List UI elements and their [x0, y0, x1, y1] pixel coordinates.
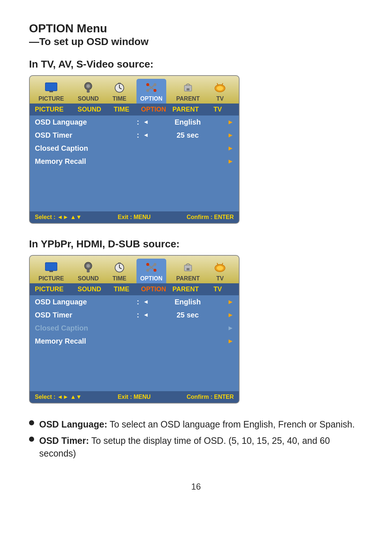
header-option-2: OPTION [138, 285, 170, 293]
header-picture-1: PICTURE [35, 106, 73, 113]
memory-recall-label-1: Memory Recall [35, 157, 133, 166]
svg-point-35 [146, 269, 149, 272]
footer-exit-1: Exit : MENU [118, 214, 151, 220]
osd-language-label-2: OSD Language [35, 298, 133, 306]
header-time-2: TIME [105, 285, 137, 293]
svg-rect-22 [49, 271, 53, 272]
header-picture-2: PICTURE [35, 285, 73, 293]
svg-rect-0 [45, 83, 57, 91]
bullet-item-osd-language: OSD Language: To select an OSD language … [29, 418, 363, 431]
menu-header-1: PICTURE SOUND TIME OPTION PARENT TV [30, 104, 239, 116]
tab-time-label-1: TIME [113, 96, 126, 102]
tab-option-label-1: OPTION [140, 96, 162, 102]
footer-select-1: Select : ◄► ▲▼ [35, 214, 82, 220]
svg-rect-21 [45, 263, 57, 271]
header-sound-2: SOUND [73, 285, 105, 293]
bullet-item-osd-timer: OSD Timer: To setup the display time of … [29, 434, 363, 460]
osd-timer-arrow-right-2[interactable]: ► [226, 311, 234, 319]
svg-rect-16 [187, 88, 189, 90]
bullet-text-osd-language: OSD Language: To select an OSD language … [39, 418, 355, 431]
footer-confirm-1: Confirm : ENTER [187, 214, 234, 220]
tab-picture-2[interactable]: PICTURE [35, 259, 68, 283]
menu-row-osd-language-1: OSD Language : ◄ English ► [30, 116, 239, 129]
svg-point-39 [217, 266, 223, 270]
page-title: OPTION Menu [29, 22, 363, 35]
tab-tv-label-1: TV [216, 96, 224, 102]
page-number: 16 [29, 482, 363, 492]
tab-sound-1[interactable]: SOUND [74, 79, 102, 104]
closed-caption-arrow-right-2: ► [226, 324, 234, 332]
menu-header-2: PICTURE SOUND TIME OPTION PARENT TV [30, 283, 239, 295]
menu-row-memory-recall-1: Memory Recall ► [30, 155, 239, 168]
menu-row-osd-language-2: OSD Language : ◄ English ► [30, 295, 239, 308]
tab-bar-2: PICTURE SOUND TIME [30, 256, 239, 283]
menu-row-closed-caption-2: Closed Caption ► [30, 321, 239, 335]
memory-recall-arrow-right-2[interactable]: ► [226, 337, 234, 345]
svg-rect-25 [87, 270, 90, 272]
memory-recall-arrow-right-1[interactable]: ► [226, 158, 234, 165]
tab-parent-2[interactable]: PARENT [173, 259, 204, 283]
osd-timer-label-2: OSD Timer [35, 311, 133, 319]
osd-language-value-2: English [150, 298, 226, 306]
svg-point-14 [146, 89, 149, 92]
osd-language-colon-2: : [133, 298, 143, 306]
menu-row-closed-caption-1: Closed Caption ► [30, 142, 239, 155]
osd-language-arrow-right-1[interactable]: ► [226, 118, 234, 126]
tab-option-label-2: OPTION [140, 275, 162, 282]
tab-time-label-2: TIME [113, 275, 126, 282]
section2-label: In YPbPr, HDMI, D-SUB source: [29, 238, 363, 250]
header-sound-1: SOUND [73, 106, 105, 113]
header-parent-2: PARENT [170, 285, 201, 293]
tab-option-2[interactable]: OPTION [136, 259, 166, 283]
bullet-bold-osd-timer: OSD Timer: [39, 436, 89, 446]
osd-timer-arrow-right-1[interactable]: ► [226, 131, 234, 139]
header-tv-2: TV [202, 285, 234, 293]
svg-point-34 [154, 263, 156, 266]
svg-rect-29 [118, 263, 121, 264]
osd-timer-value-1: 25 sec [150, 131, 226, 139]
bullet-list: OSD Language: To select an OSD language … [29, 418, 363, 460]
svg-point-12 [154, 89, 156, 92]
tab-option-1[interactable]: OPTION [136, 79, 166, 104]
osd-timer-colon-2: : [133, 311, 143, 319]
osd-box-1: PICTURE SOUND TIME [29, 75, 240, 224]
tab-parent-1[interactable]: PARENT [173, 79, 204, 104]
tab-sound-label-2: SOUND [78, 275, 99, 282]
menu-row-osd-timer-2: OSD Timer : ◄ 25 sec ► [30, 308, 239, 321]
tab-tv-1[interactable]: TV [210, 79, 230, 104]
osd-timer-arrow-left-2[interactable]: ◄ [143, 312, 150, 318]
memory-recall-label-2: Memory Recall [35, 337, 133, 345]
svg-point-24 [86, 264, 90, 268]
tab-picture-label-1: PICTURE [38, 96, 64, 102]
tab-time-1[interactable]: TIME [109, 79, 130, 104]
menu-row-memory-recall-2: Memory Recall ► [30, 335, 239, 348]
page-subtitle: —To set up OSD window [29, 36, 363, 48]
tab-picture-label-2: PICTURE [38, 275, 64, 282]
svg-point-13 [154, 83, 156, 86]
header-parent-1: PARENT [170, 106, 201, 113]
closed-caption-arrow-right-1[interactable]: ► [226, 145, 234, 152]
svg-point-33 [154, 269, 156, 272]
closed-caption-label-1: Closed Caption [35, 144, 133, 153]
footer-select-2: Select : ◄► ▲▼ [35, 394, 82, 400]
svg-rect-4 [87, 90, 90, 93]
section1-label: In TV, AV, S-Video source: [29, 58, 363, 70]
tab-time-2[interactable]: TIME [109, 259, 130, 283]
bullet-dot-2 [29, 437, 34, 442]
osd-timer-value-2: 25 sec [150, 311, 226, 319]
tab-sound-2[interactable]: SOUND [74, 259, 102, 283]
osd-language-label-1: OSD Language [35, 118, 133, 126]
osd-language-arrow-left-2[interactable]: ◄ [143, 299, 150, 305]
header-time-1: TIME [105, 106, 137, 113]
osd-language-arrow-left-1[interactable]: ◄ [143, 119, 150, 125]
menu-area-1: PICTURE SOUND TIME OPTION PARENT TV OSD … [30, 104, 239, 211]
tab-picture-1[interactable]: PICTURE [35, 79, 68, 104]
footer-confirm-2: Confirm : ENTER [187, 394, 234, 400]
tab-tv-2[interactable]: TV [210, 259, 230, 283]
svg-rect-8 [118, 83, 121, 84]
tab-sound-label-1: SOUND [78, 96, 99, 102]
tab-bar-1: PICTURE SOUND TIME [30, 76, 239, 104]
osd-timer-arrow-left-1[interactable]: ◄ [143, 132, 150, 138]
svg-point-3 [86, 84, 90, 88]
osd-language-arrow-right-2[interactable]: ► [226, 298, 234, 306]
